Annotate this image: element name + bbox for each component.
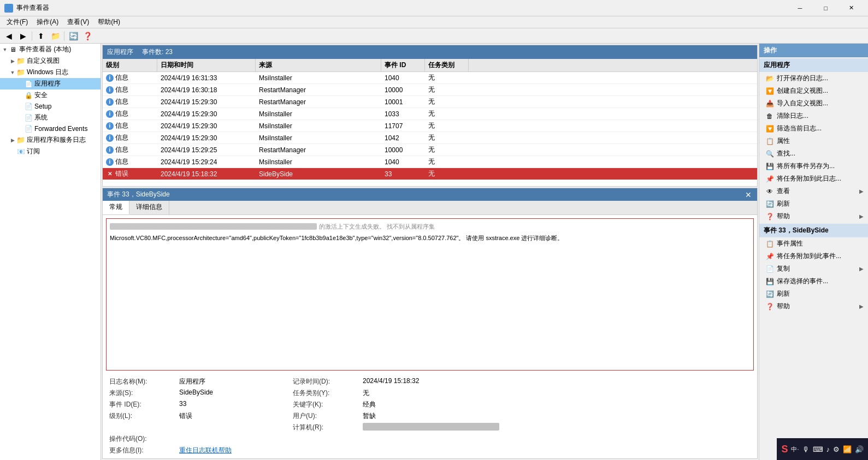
level-text: 信息 bbox=[115, 121, 128, 130]
action-attach-task-event[interactable]: 📌 将任务附加到此事件... bbox=[759, 250, 868, 262]
sidebar-label-security: 安全 bbox=[34, 91, 48, 100]
filter-icon: 🔽 bbox=[766, 125, 773, 133]
event-level: i 信息 bbox=[103, 84, 157, 95]
menu-file[interactable]: 文件(F) bbox=[2, 16, 32, 28]
table-row[interactable]: i 信息 2024/4/19 15:29:24 MsiInstaller 104… bbox=[103, 156, 757, 168]
table-row[interactable]: i 信息 2024/4/19 16:31:33 MsiInstaller 104… bbox=[103, 72, 757, 84]
sidebar-item-appsvc[interactable]: ▶ 📁 应用程序和服务日志 bbox=[0, 134, 101, 146]
toolbar-help[interactable]: ❓ bbox=[81, 30, 94, 42]
subscribe-icon: 📧 bbox=[16, 147, 25, 156]
col-header-source[interactable]: 来源 bbox=[256, 59, 381, 71]
action-open-saved[interactable]: 📂 打开保存的日志... bbox=[759, 72, 868, 85]
action-filter[interactable]: 🔽 筛选当前日志... bbox=[759, 122, 868, 135]
import-custom-icon: 📥 bbox=[766, 100, 773, 107]
action-attach-task[interactable]: 📌 将任务附加到此日志... bbox=[759, 172, 868, 185]
menu-action[interactable]: 操作(A) bbox=[32, 16, 63, 28]
event-list-app-name: 应用程序 bbox=[107, 47, 133, 57]
message-line2: Microsoft.VC80.MFC,processorArchitecture… bbox=[110, 234, 750, 243]
sidebar-item-system[interactable]: 📄 系统 bbox=[0, 112, 101, 123]
col-header-task[interactable]: 任务类别 bbox=[425, 59, 469, 71]
table-row[interactable]: i 信息 2024/4/19 15:29:25 RestartManager 1… bbox=[103, 144, 757, 156]
menu-help[interactable]: 帮助(H) bbox=[93, 16, 125, 28]
table-row[interactable]: i 信息 2024/4/19 16:30:18 RestartManager 1… bbox=[103, 84, 757, 96]
refresh2-icon: 🔄 bbox=[766, 290, 773, 298]
sidebar-label-root: 事件查看器 (本地) bbox=[19, 45, 71, 54]
sidebar-item-forwarded[interactable]: 📄 Forwarded Events bbox=[0, 123, 101, 134]
toolbar-up[interactable]: ⬆ bbox=[34, 30, 48, 42]
action-save-all[interactable]: 💾 将所有事件另存为... bbox=[759, 160, 868, 172]
close-button[interactable]: ✕ bbox=[839, 3, 864, 14]
action-refresh2[interactable]: 🔄 刷新 bbox=[759, 288, 868, 300]
minimize-button[interactable]: ─ bbox=[788, 3, 812, 14]
table-row[interactable]: i 信息 2024/4/19 15:29:30 MsiInstaller 117… bbox=[103, 120, 757, 132]
tab-general[interactable]: 常规 bbox=[103, 201, 129, 214]
toolbar-back[interactable]: ◀ bbox=[2, 30, 15, 42]
action-clear-log[interactable]: 🗑 清除日志... bbox=[759, 110, 868, 122]
sidebar-item-subscribe[interactable]: 📧 订阅 bbox=[0, 146, 101, 157]
field-eventid-label: 事件 ID(E): bbox=[109, 400, 175, 409]
sidebar-item-root[interactable]: ▼ 🖥 事件查看器 (本地) bbox=[0, 44, 101, 55]
menu-view[interactable]: 查看(V) bbox=[63, 16, 93, 28]
level-text: 信息 bbox=[115, 133, 128, 142]
table-row[interactable]: i 信息 2024/4/19 15:29:30 MsiInstaller 103… bbox=[103, 108, 757, 120]
action-properties[interactable]: 📋 属性 bbox=[759, 135, 868, 147]
event-detail-panel: 事件 33，SideBySide ✕ 常规 详细信息 ■■■■■■■■■■■■■… bbox=[102, 188, 758, 459]
action-refresh[interactable]: 🔄 刷新 bbox=[759, 198, 868, 210]
sidebar-item-winlogs[interactable]: ▼ 📁 Windows 日志 bbox=[0, 67, 101, 78]
event-source: RestartManager bbox=[256, 85, 381, 95]
find-icon: 🔍 bbox=[766, 150, 773, 158]
sidebar-label-winlogs: Windows 日志 bbox=[27, 68, 68, 77]
event-task: 无 bbox=[425, 132, 469, 144]
field-level-label: 级别(L): bbox=[109, 411, 175, 421]
event-source: MsiInstaller bbox=[256, 109, 381, 119]
field-computer-label: 计算机(R): bbox=[293, 423, 358, 432]
table-row[interactable]: ✕ 错误 2024/4/19 15:18:32 SideBySide 33 无 bbox=[103, 168, 757, 180]
table-row[interactable]: i 信息 2024/4/19 15:29:30 RestartManager 1… bbox=[103, 96, 757, 108]
action-create-custom[interactable]: 🔽 创建自定义视图... bbox=[759, 85, 868, 97]
col-header-date[interactable]: 日期和时间 bbox=[157, 59, 256, 71]
tab-details[interactable]: 详细信息 bbox=[129, 201, 169, 214]
action-import-custom[interactable]: 📥 导入自定义视图... bbox=[759, 97, 868, 110]
event-level: i 信息 bbox=[103, 144, 157, 156]
action-help2[interactable]: ❓ 帮助 ▶ bbox=[759, 300, 868, 313]
event-source: MsiInstaller bbox=[256, 121, 381, 131]
event-task: 无 bbox=[425, 144, 469, 156]
properties-icon: 📋 bbox=[766, 138, 773, 145]
action-copy-label: 复制 bbox=[777, 264, 790, 273]
col-header-eventid[interactable]: 事件 ID bbox=[381, 59, 425, 71]
event-list-count: 事件数: 23 bbox=[142, 47, 173, 57]
help-arrow: ▶ bbox=[859, 213, 864, 219]
maximize-button[interactable]: □ bbox=[813, 3, 838, 14]
action-help[interactable]: ❓ 帮助 ▶ bbox=[759, 210, 868, 223]
sidebar-item-setup[interactable]: 📄 Setup bbox=[0, 101, 101, 112]
sidebar-label-system: 系统 bbox=[34, 113, 48, 122]
event-id: 10000 bbox=[381, 145, 425, 155]
field-user-value: 暂缺 bbox=[363, 411, 499, 421]
sidebar-item-app[interactable]: 📄 应用程序 bbox=[0, 78, 101, 89]
sidebar-item-custom[interactable]: ▶ 📁 自定义视图 bbox=[0, 55, 101, 67]
action-save-selected[interactable]: 💾 保存选择的事件... bbox=[759, 275, 868, 288]
col-header-level[interactable]: 级别 bbox=[103, 59, 157, 71]
field-logname-label: 日志名称(M): bbox=[109, 377, 175, 386]
field-level-value: 错误 bbox=[179, 411, 288, 421]
field-moreinfo-link[interactable]: 重住日志联机帮助 bbox=[179, 446, 288, 455]
event-level: i 信息 bbox=[103, 96, 157, 107]
detail-close-button[interactable]: ✕ bbox=[744, 190, 753, 199]
sidebar-item-security[interactable]: 🔒 安全 bbox=[0, 89, 101, 101]
action-view[interactable]: 👁 查看 ▶ bbox=[759, 185, 868, 198]
action-find[interactable]: 🔍 查找... bbox=[759, 147, 868, 160]
level-text: 信息 bbox=[115, 85, 128, 94]
action-event-properties[interactable]: 📋 事件属性 bbox=[759, 237, 868, 250]
sidebar: ▼ 🖥 事件查看器 (本地) ▶ 📁 自定义视图 ▼ 📁 Windows 日志 … bbox=[0, 44, 101, 460]
toolbar-folder[interactable]: 📁 bbox=[49, 30, 62, 42]
action-copy[interactable]: 📄 复制 ▶ bbox=[759, 262, 868, 275]
table-row[interactable]: i 信息 2024/4/19 15:29:30 MsiInstaller 104… bbox=[103, 132, 757, 144]
toolbar-sep2 bbox=[64, 31, 64, 41]
event-task: 无 bbox=[425, 120, 469, 132]
toolbar-forward[interactable]: ▶ bbox=[16, 30, 29, 42]
toolbar-refresh[interactable]: 🔄 bbox=[67, 30, 80, 42]
event-date: 2024/4/19 15:29:30 bbox=[157, 121, 256, 131]
title-bar: 事件查看器 ─ □ ✕ bbox=[0, 0, 868, 16]
toggle-root: ▼ bbox=[1, 46, 9, 53]
taskbar-volume: 🔊 bbox=[855, 445, 864, 453]
